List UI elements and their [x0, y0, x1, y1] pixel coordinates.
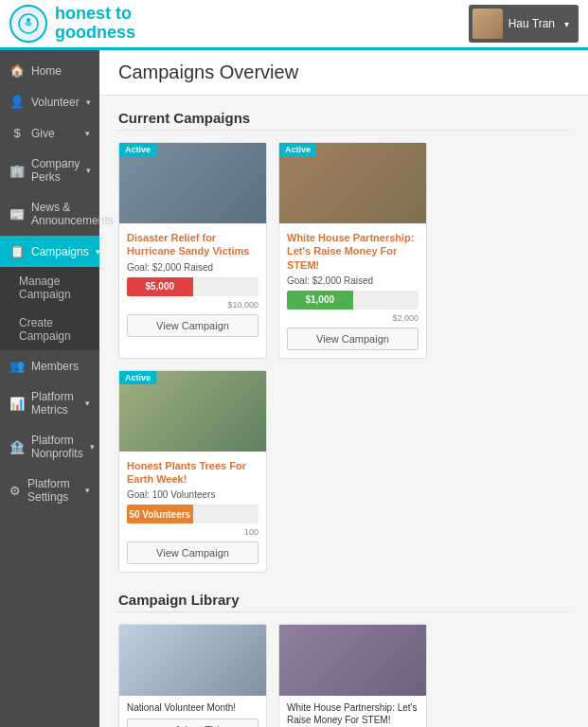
campaign-card-c3: Active Honest Plants Trees For Earth Wee…	[118, 370, 267, 574]
campaigns-icon: 📋	[9, 244, 25, 258]
progress-max-c2: $2,000	[287, 313, 419, 323]
members-icon: 👥	[9, 359, 25, 373]
chevron-right-icon: ▾	[85, 129, 90, 138]
header: honest to goodness Hau Tran ▾	[0, 0, 588, 50]
progress-bar-c3: 50 Volunteers	[127, 505, 258, 523]
logo-icon	[9, 5, 47, 43]
chevron-right-icon: ▾	[86, 98, 91, 107]
sidebar-item-label: Members	[31, 360, 79, 373]
chart-icon: 📊	[9, 397, 25, 411]
view-campaign-btn-c1[interactable]: View Campaign	[127, 314, 258, 337]
sidebar-item-platform-settings[interactable]: ⚙ Platform Settings ▾	[0, 469, 99, 512]
home-icon: 🏠	[9, 63, 25, 78]
sidebar-item-home[interactable]: 🏠 Home	[0, 55, 99, 86]
campaign-library-grid: National Volunteer Month! ✓ Adopt This W…	[118, 624, 569, 727]
sidebar-item-platform-metrics[interactable]: 📊 Platform Metrics ▾	[0, 381, 99, 425]
chevron-right-icon: ▾	[96, 247, 100, 257]
campaigns-submenu: Manage Campaign Create Campaign	[0, 267, 99, 350]
sidebar-item-label: Company Perks	[31, 157, 80, 184]
sidebar-item-label: Platform Metrics	[31, 390, 79, 417]
card-image-c3: Active	[119, 371, 266, 452]
chevron-right-icon: ▾	[86, 166, 91, 175]
chevron-right-icon: ▾	[85, 486, 90, 495]
sidebar-item-label: Platform Settings	[27, 477, 79, 504]
main-content: Campaigns Overview Current Campaigns Act…	[99, 50, 588, 727]
sidebar-item-manage-campaign[interactable]: Manage Campaign	[0, 267, 99, 309]
campaign-library-title: Campaign Library	[118, 592, 569, 612]
dollar-icon: $	[9, 126, 25, 140]
progress-bar-c2: $1,000	[287, 291, 419, 310]
card-goal-c2: Goal: $2,000 Raised	[287, 275, 419, 286]
card-goal-c1: Goal: $2,000 Raised	[127, 262, 258, 273]
progress-max-c3: 100	[127, 527, 258, 537]
active-badge-c2: Active	[279, 143, 316, 156]
current-campaigns-title: Current Campaigns	[118, 110, 569, 131]
card-goal-c3: Goal: 100 Volunteers	[127, 489, 258, 500]
sidebar-item-label: Campaigns	[31, 245, 89, 258]
avatar	[472, 9, 503, 39]
card-image-c2: Active	[279, 143, 426, 223]
progress-fill-c2: $1,000	[287, 291, 353, 310]
card-title-c1: Disaster Relief for Hurricane Sandy Vict…	[127, 231, 258, 258]
lib-card-title-l1: National Volunteer Month!	[127, 701, 258, 714]
sidebar-item-company-perks[interactable]: 🏢 Company Perks ▾	[0, 149, 99, 192]
sidebar-item-create-campaign[interactable]: Create Campaign	[0, 309, 99, 350]
active-badge-c1: Active	[119, 143, 156, 156]
lib-card-l2: White House Partnership: Let's Raise Mon…	[278, 624, 427, 727]
chevron-right-icon: ▾	[90, 442, 95, 452]
sidebar-item-give[interactable]: $ Give ▾	[0, 117, 99, 149]
gear-icon: ⚙	[9, 484, 21, 498]
logo-text: honest to goodness	[55, 5, 135, 43]
lib-image-l1	[119, 625, 266, 696]
sidebar: 🏠 Home 👤 Volunteer ▾ $ Give ▾ 🏢 Company …	[0, 50, 99, 727]
sidebar-item-platform-nonprofits[interactable]: 🏦 Platform Nonprofits ▾	[0, 425, 99, 469]
sidebar-item-campaigns[interactable]: 📋 Campaigns ▾	[0, 236, 99, 267]
person-icon: 👤	[9, 95, 25, 109]
page-title: Campaigns Overview	[99, 50, 588, 96]
lib-card-l1: National Volunteer Month! ✓ Adopt This	[118, 624, 267, 727]
building-icon: 🏢	[9, 164, 25, 178]
sidebar-item-news[interactable]: 📰 News & Announcements ▾	[0, 192, 99, 236]
campaign-card-c2: Active White House Partnership: Let's Ra…	[278, 142, 427, 359]
campaign-card-c1: Active Disaster Relief for Hurricane San…	[118, 142, 267, 359]
progress-bar-c1: $5,000	[127, 277, 258, 296]
progress-fill-c3: 50 Volunteers	[127, 505, 193, 523]
news-icon: 📰	[9, 207, 25, 222]
card-title-c3: Honest Plants Trees For Earth Week!	[127, 459, 258, 487]
progress-fill-c1: $5,000	[127, 277, 193, 296]
sidebar-item-label: Platform Nonprofits	[31, 434, 83, 460]
active-badge-c3: Active	[119, 371, 156, 384]
chevron-down-icon: ▾	[564, 19, 569, 29]
svg-point-1	[27, 18, 30, 22]
view-campaign-btn-c3[interactable]: View Campaign	[127, 541, 258, 564]
sidebar-item-volunteer[interactable]: 👤 Volunteer ▾	[0, 86, 99, 117]
card-title-c2: White House Partnership: Let's Raise Mon…	[287, 231, 419, 272]
sidebar-item-label: Home	[31, 64, 62, 78]
adopt-btn-l1[interactable]: ✓ Adopt This	[127, 718, 258, 727]
sidebar-item-label: Give	[31, 127, 55, 140]
sidebar-item-members[interactable]: 👥 Members	[0, 350, 99, 381]
view-campaign-btn-c2[interactable]: View Campaign	[287, 328, 419, 350]
lib-image-l2	[279, 625, 426, 696]
bank-icon: 🏦	[9, 440, 25, 454]
user-menu[interactable]: Hau Tran ▾	[469, 5, 579, 43]
sidebar-item-label: News & Announcements	[31, 201, 114, 227]
user-name: Hau Tran	[508, 17, 555, 30]
current-campaigns-grid: Active Disaster Relief for Hurricane San…	[118, 142, 569, 573]
sidebar-item-label: Volunteer	[31, 96, 80, 109]
card-image-c1: Active	[119, 143, 266, 223]
lib-card-title-l2: White House Partnership: Let's Raise Mon…	[287, 701, 419, 726]
progress-max-c1: $10,000	[127, 300, 258, 310]
logo: honest to goodness	[9, 5, 135, 43]
chevron-right-icon: ▾	[85, 399, 90, 408]
